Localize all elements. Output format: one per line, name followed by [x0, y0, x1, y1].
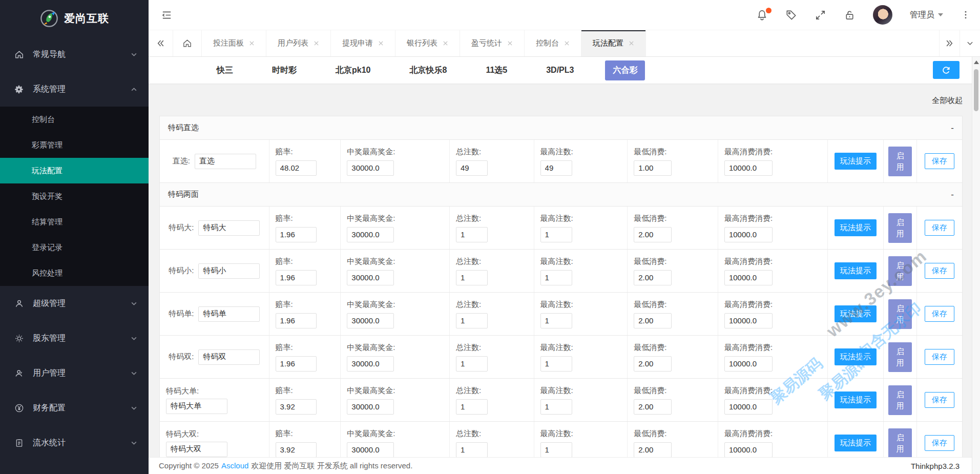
refresh-button[interactable] [933, 61, 960, 79]
play-name-input[interactable] [195, 154, 256, 169]
play-tip-button[interactable]: 玩法提示 [835, 153, 877, 170]
tab-user-list[interactable]: 用户列表 [266, 30, 331, 56]
max-consume-input[interactable] [724, 356, 773, 372]
enable-button[interactable]: 启用 [888, 256, 912, 286]
max-bets-input[interactable] [540, 442, 572, 458]
enable-button[interactable]: 启用 [888, 299, 912, 329]
min-consume-input[interactable] [634, 399, 672, 415]
max-bets-input[interactable] [540, 270, 572, 285]
collapse-all-link[interactable]: 全部收起 [159, 96, 963, 106]
max-prize-input[interactable] [347, 356, 394, 372]
tab-close-icon[interactable] [378, 40, 384, 46]
sidebar-collapse-icon[interactable] [161, 9, 173, 21]
play-tip-button[interactable]: 玩法提示 [835, 391, 877, 408]
enable-button[interactable]: 启用 [888, 213, 912, 243]
max-consume-input[interactable] [724, 313, 773, 328]
max-bets-input[interactable] [540, 399, 572, 415]
more-menu-icon[interactable] [961, 10, 971, 20]
save-button[interactable]: 保存 [925, 220, 954, 236]
save-button[interactable]: 保存 [925, 153, 954, 169]
tabs-scroll-right-icon[interactable] [939, 30, 960, 56]
play-tip-button[interactable]: 玩法提示 [835, 305, 877, 322]
odds-input[interactable] [276, 270, 317, 285]
min-consume-input[interactable] [634, 160, 672, 176]
odds-input[interactable] [276, 442, 317, 458]
odds-input[interactable] [276, 356, 317, 372]
max-consume-input[interactable] [724, 442, 773, 458]
max-prize-input[interactable] [347, 160, 394, 176]
odds-input[interactable] [276, 160, 317, 176]
save-button[interactable]: 保存 [925, 263, 954, 279]
lock-icon[interactable] [844, 9, 856, 21]
enable-button[interactable]: 启用 [888, 342, 912, 372]
play-name-input[interactable] [166, 399, 227, 414]
tab-bank-list[interactable]: 银行列表 [395, 30, 460, 56]
sidebar-subitem-login-records[interactable]: 登录记录 [0, 235, 149, 260]
group-header[interactable]: 特码两面- [160, 183, 962, 207]
tab-console[interactable]: 控制台 [525, 30, 581, 56]
tab-close-icon[interactable] [564, 40, 570, 46]
play-name-input[interactable] [166, 442, 227, 457]
min-consume-input[interactable] [634, 356, 672, 372]
group-header[interactable]: 特码直选- [160, 116, 962, 140]
game-tab-3d-pl3[interactable]: 3D/PL3 [538, 61, 581, 79]
play-name-input[interactable] [198, 349, 260, 365]
scrollbar-thumb[interactable] [974, 69, 978, 111]
scrollbar-up-arrow-icon[interactable] [974, 60, 979, 64]
sidebar-subitem-console[interactable]: 控制台 [0, 107, 149, 132]
sidebar-item-finance-config[interactable]: 财务配置 [0, 390, 149, 425]
max-bets-input[interactable] [540, 356, 572, 372]
max-consume-input[interactable] [724, 270, 773, 285]
max-consume-input[interactable] [724, 160, 773, 176]
save-button[interactable]: 保存 [925, 392, 954, 408]
odds-input[interactable] [276, 227, 317, 242]
save-button[interactable]: 保存 [925, 349, 954, 365]
enable-button[interactable]: 启用 [888, 147, 912, 176]
game-tab-shishicai[interactable]: 时时彩 [264, 60, 304, 80]
enable-button[interactable]: 启用 [888, 428, 912, 458]
min-consume-input[interactable] [634, 442, 672, 458]
save-button[interactable]: 保存 [925, 306, 954, 322]
play-tip-button[interactable]: 玩法提示 [835, 348, 877, 365]
sidebar-item-system-management[interactable]: 系统管理 [0, 72, 149, 107]
tag-icon[interactable] [785, 9, 797, 21]
sidebar-item-user-management[interactable]: 用户管理 [0, 356, 149, 390]
max-consume-input[interactable] [724, 227, 773, 242]
sidebar-item-super-management[interactable]: 超级管理 [0, 286, 149, 321]
total-bets-input[interactable] [456, 160, 488, 176]
play-tip-button[interactable]: 玩法提示 [835, 435, 877, 451]
tab-close-icon[interactable] [629, 40, 634, 46]
play-name-input[interactable] [198, 220, 260, 236]
total-bets-input[interactable] [456, 399, 488, 415]
game-tab-11xuan5[interactable]: 11选5 [478, 60, 515, 80]
tab-close-icon[interactable] [249, 40, 255, 46]
max-prize-input[interactable] [347, 227, 394, 242]
user-menu[interactable]: 管理员 [910, 10, 943, 20]
tabs-dropdown-icon[interactable] [960, 30, 980, 56]
sidebar-subitem-play-config[interactable]: 玩法配置 [0, 158, 149, 183]
odds-input[interactable] [276, 313, 317, 328]
tab-home-icon[interactable] [173, 30, 202, 56]
max-prize-input[interactable] [347, 442, 394, 458]
max-bets-input[interactable] [540, 227, 572, 242]
game-tab-beijing-pk10[interactable]: 北京pk10 [328, 60, 378, 80]
total-bets-input[interactable] [456, 270, 488, 285]
ascloud-link[interactable]: Ascloud [221, 461, 248, 470]
vertical-scrollbar[interactable] [972, 57, 980, 474]
tab-play-config[interactable]: 玩法配置 [581, 30, 646, 56]
max-bets-input[interactable] [540, 313, 572, 328]
play-tip-button[interactable]: 玩法提示 [835, 262, 877, 279]
min-consume-input[interactable] [634, 227, 672, 242]
tab-withdraw-requests[interactable]: 提现申请 [331, 30, 395, 56]
total-bets-input[interactable] [456, 356, 488, 372]
total-bets-input[interactable] [456, 227, 488, 242]
sidebar-subitem-settlement-management[interactable]: 结算管理 [0, 209, 149, 235]
max-consume-input[interactable] [724, 399, 773, 415]
play-name-input[interactable] [198, 263, 260, 279]
min-consume-input[interactable] [634, 313, 672, 328]
min-consume-input[interactable] [634, 270, 672, 285]
max-prize-input[interactable] [347, 399, 394, 415]
tabs-scroll-left-icon[interactable] [149, 30, 173, 56]
game-tab-kuai3[interactable]: 快三 [209, 60, 241, 80]
sidebar-item-turnover-stats[interactable]: 流水统计 [0, 425, 149, 460]
